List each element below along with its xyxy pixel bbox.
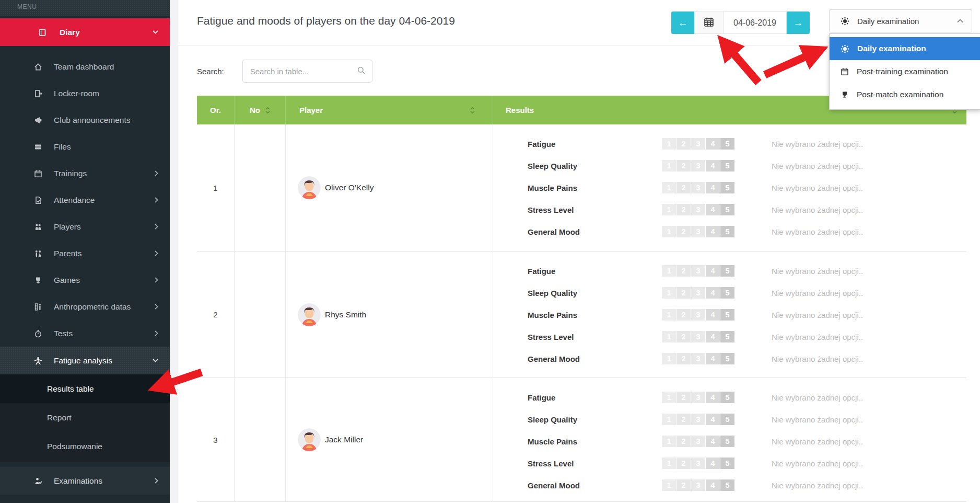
rating-button[interactable]: 5 bbox=[720, 182, 734, 193]
column-header-no[interactable]: No bbox=[234, 96, 285, 124]
rating-button[interactable]: 3 bbox=[691, 204, 705, 215]
rating-button[interactable]: 5 bbox=[720, 226, 734, 237]
rating-button[interactable]: 3 bbox=[691, 287, 705, 299]
rating-button[interactable]: 1 bbox=[662, 331, 676, 342]
sidebar-item-players[interactable]: Players bbox=[0, 213, 170, 240]
rating-button[interactable]: 3 bbox=[691, 226, 705, 237]
sidebar-item-attendance[interactable]: Attendance bbox=[0, 187, 170, 213]
previous-day-button[interactable]: ← bbox=[671, 12, 694, 34]
rating-button[interactable]: 2 bbox=[676, 226, 691, 237]
rating-button[interactable]: 3 bbox=[691, 309, 705, 321]
rating-button[interactable]: 5 bbox=[720, 265, 734, 277]
rating-button[interactable]: 4 bbox=[706, 436, 720, 447]
next-day-button[interactable]: → bbox=[787, 12, 810, 34]
rating-button[interactable]: 4 bbox=[706, 265, 720, 277]
open-calendar-button[interactable] bbox=[694, 12, 723, 34]
rating-button[interactable]: 5 bbox=[720, 436, 734, 447]
rating-button[interactable]: 3 bbox=[691, 353, 705, 364]
sidebar-item-locker-room[interactable]: Locker-room bbox=[0, 80, 170, 107]
rating-button[interactable]: 3 bbox=[691, 414, 705, 425]
rating-button[interactable]: 2 bbox=[676, 331, 691, 342]
sidebar-item-anthropometric-datas[interactable]: Anthropometric datas bbox=[0, 293, 170, 320]
rating-button[interactable]: 5 bbox=[720, 287, 734, 299]
rating-button[interactable]: 4 bbox=[706, 182, 720, 193]
rating-button[interactable]: 1 bbox=[662, 458, 676, 469]
rating-button[interactable]: 4 bbox=[706, 458, 720, 469]
rating-button[interactable]: 2 bbox=[676, 204, 691, 215]
rating-button[interactable]: 4 bbox=[706, 392, 720, 403]
sidebar-item-team-dashboard[interactable]: Team dashboard bbox=[0, 53, 170, 80]
sidebar-item-club-announcements[interactable]: Club announcements bbox=[0, 107, 170, 133]
rating-button[interactable]: 5 bbox=[720, 331, 734, 342]
sidebar-item-tests[interactable]: Tests bbox=[0, 320, 170, 347]
search-input[interactable] bbox=[242, 60, 372, 83]
rating-button[interactable]: 2 bbox=[676, 182, 691, 193]
rating-button[interactable]: 2 bbox=[676, 458, 691, 469]
rating-button[interactable]: 4 bbox=[706, 414, 720, 425]
rating-button[interactable]: 2 bbox=[676, 436, 691, 447]
rating-button[interactable]: 3 bbox=[691, 138, 705, 150]
rating-button[interactable]: 4 bbox=[706, 226, 720, 237]
rating-button[interactable]: 3 bbox=[691, 458, 705, 469]
rating-button[interactable]: 5 bbox=[720, 309, 734, 321]
rating-button[interactable]: 2 bbox=[676, 353, 691, 364]
rating-button[interactable]: 2 bbox=[676, 138, 691, 150]
sidebar-subitem-podsumowanie[interactable]: Podsumowanie bbox=[0, 432, 170, 461]
option-post-training-examination[interactable]: Post-training examination bbox=[830, 60, 980, 83]
rating-button[interactable]: 1 bbox=[662, 392, 676, 403]
rating-button[interactable]: 2 bbox=[676, 479, 691, 491]
rating-button[interactable]: 1 bbox=[662, 353, 676, 364]
rating-button[interactable]: 4 bbox=[706, 138, 720, 150]
rating-button[interactable]: 5 bbox=[720, 160, 734, 172]
rating-button[interactable]: 4 bbox=[706, 287, 720, 299]
rating-button[interactable]: 3 bbox=[691, 392, 705, 403]
rating-button[interactable]: 5 bbox=[720, 138, 734, 150]
rating-button[interactable]: 2 bbox=[676, 265, 691, 277]
sidebar-subitem-results-table[interactable]: Results table bbox=[0, 374, 170, 403]
rating-button[interactable]: 1 bbox=[662, 265, 676, 277]
rating-button[interactable]: 5 bbox=[720, 479, 734, 491]
sidebar-item-trainings[interactable]: Trainings bbox=[0, 160, 170, 187]
rating-button[interactable]: 1 bbox=[662, 479, 676, 491]
sidebar-item-files[interactable]: Files bbox=[0, 133, 170, 160]
rating-button[interactable]: 2 bbox=[676, 309, 691, 321]
rating-button[interactable]: 3 bbox=[691, 331, 705, 342]
rating-button[interactable]: 1 bbox=[662, 309, 676, 321]
rating-button[interactable]: 1 bbox=[662, 287, 676, 299]
sidebar-item-games[interactable]: Games bbox=[0, 267, 170, 293]
rating-button[interactable]: 4 bbox=[706, 204, 720, 215]
rating-button[interactable]: 3 bbox=[691, 265, 705, 277]
rating-button[interactable]: 1 bbox=[662, 414, 676, 425]
rating-button[interactable]: 4 bbox=[706, 331, 720, 342]
rating-button[interactable]: 2 bbox=[676, 160, 691, 172]
option-post-match-examination[interactable]: Post-match examination bbox=[830, 83, 980, 106]
rating-button[interactable]: 3 bbox=[691, 436, 705, 447]
sort-icon[interactable] bbox=[265, 107, 270, 113]
rating-button[interactable]: 1 bbox=[662, 204, 676, 215]
rating-button[interactable]: 4 bbox=[706, 353, 720, 364]
rating-button[interactable]: 1 bbox=[662, 182, 676, 193]
rating-button[interactable]: 3 bbox=[691, 479, 705, 491]
rating-button[interactable]: 5 bbox=[720, 392, 734, 403]
sidebar-subitem-report[interactable]: Report bbox=[0, 403, 170, 432]
examination-type-select[interactable]: Daily examination bbox=[829, 9, 972, 32]
sidebar-item-diary[interactable]: Diary bbox=[0, 18, 170, 46]
sidebar-item-parents[interactable]: Parents bbox=[0, 240, 170, 267]
date-field[interactable]: 04-06-2019 bbox=[723, 12, 787, 34]
column-header-player[interactable]: Player bbox=[285, 96, 493, 124]
rating-button[interactable]: 2 bbox=[676, 392, 691, 403]
rating-button[interactable]: 4 bbox=[706, 309, 720, 321]
rating-button[interactable]: 5 bbox=[720, 458, 734, 469]
sidebar-item-fatigue-analysis[interactable]: Fatigue analysis bbox=[0, 347, 170, 374]
rating-button[interactable]: 4 bbox=[706, 479, 720, 491]
rating-button[interactable]: 2 bbox=[676, 414, 691, 425]
sort-icon[interactable] bbox=[470, 107, 475, 113]
rating-button[interactable]: 1 bbox=[662, 226, 676, 237]
rating-button[interactable]: 1 bbox=[662, 138, 676, 150]
sidebar-item-examinations[interactable]: Examinations bbox=[0, 467, 170, 495]
rating-button[interactable]: 5 bbox=[720, 353, 734, 364]
rating-button[interactable]: 1 bbox=[662, 160, 676, 172]
rating-button[interactable]: 3 bbox=[691, 182, 705, 193]
option-daily-examination[interactable]: Daily examination bbox=[830, 37, 980, 60]
rating-button[interactable]: 5 bbox=[720, 414, 734, 425]
